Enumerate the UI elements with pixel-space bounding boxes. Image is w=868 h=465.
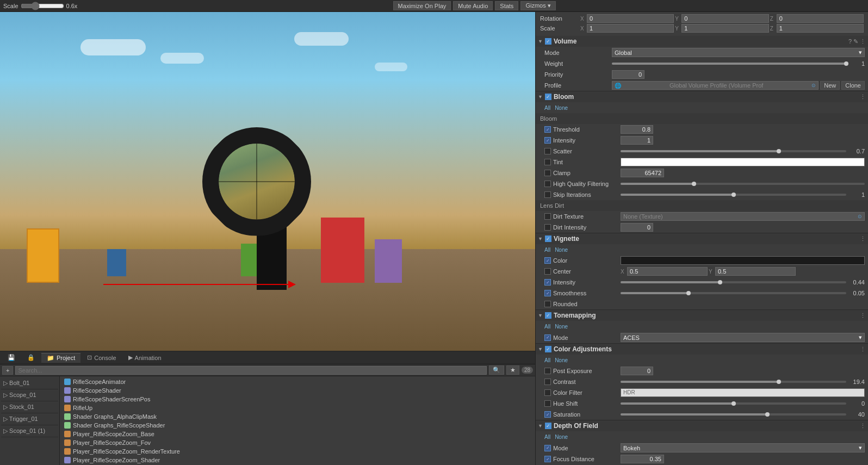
bloom-intensity-check[interactable]: ✓: [544, 137, 551, 144]
vignette-color-swatch[interactable]: [621, 256, 865, 265]
dof-mode-check[interactable]: ✓: [544, 445, 551, 451]
gizmos-btn[interactable]: Gizmos ▾: [520, 1, 555, 10]
post-exposure-input[interactable]: [621, 367, 653, 375]
file-item-9[interactable]: Player_RifleScopeZoom_Shader: [62, 456, 533, 464]
tonemapping-all-btn[interactable]: All: [544, 324, 550, 330]
hue-thumb[interactable]: [731, 401, 736, 406]
color-adj-check[interactable]: ✓: [545, 346, 551, 352]
tonemapping-mode-check[interactable]: ✓: [544, 334, 551, 341]
vignette-check[interactable]: ✓: [545, 235, 551, 242]
dirt-intensity-input[interactable]: [621, 223, 653, 232]
volume-weight-slider[interactable]: 1: [612, 60, 865, 67]
asset-search-input[interactable]: [15, 366, 486, 375]
skip-thumb[interactable]: [731, 193, 736, 197]
dof-focus-input[interactable]: [621, 455, 664, 463]
vignette-smoothness-check[interactable]: ✓: [544, 290, 551, 296]
bloom-clamp-input[interactable]: [621, 169, 664, 177]
bloom-tint-swatch[interactable]: [621, 158, 865, 166]
bloom-skip-slider[interactable]: 1: [621, 191, 865, 198]
vignette-intensity-slider[interactable]: 0.44: [621, 279, 865, 286]
sidebar-item-scope[interactable]: ▷ Scope_01: [1, 389, 58, 401]
tonemapping-header[interactable]: ▼ ✓ Tonemapping ⋮: [536, 310, 868, 321]
rotation-z-input[interactable]: [777, 14, 864, 23]
saturation-check[interactable]: ✓: [544, 411, 551, 418]
file-item-0[interactable]: RifleScopeAnimator: [62, 377, 533, 386]
volume-check[interactable]: ✓: [545, 38, 551, 45]
volume-more-icon[interactable]: ⋮: [860, 38, 866, 45]
tab-animation[interactable]: ▶ Animation: [123, 353, 167, 362]
bloom-threshold-check[interactable]: ✓: [544, 126, 551, 133]
dof-focus-check[interactable]: ✓: [544, 456, 551, 462]
volume-profile-field[interactable]: 🌐 Global Volume Profile (Volume Prof ⊙: [612, 81, 819, 90]
sidebar-item-bolt[interactable]: ▷ Bolt_01: [1, 377, 58, 389]
scale-slider[interactable]: [21, 2, 64, 10]
volume-new-btn[interactable]: New: [820, 81, 840, 90]
file-item-3[interactable]: RifleUp: [62, 404, 533, 412]
vignette-center-check[interactable]: [544, 268, 551, 275]
scale-y-input[interactable]: [681, 24, 768, 33]
tab-console[interactable]: ⊡ Console: [82, 353, 121, 362]
bloom-tint-check[interactable]: [544, 159, 551, 165]
sidebar-item-trigger[interactable]: ▷ Trigger_01: [1, 413, 58, 425]
color-adj-none-btn[interactable]: None: [555, 357, 568, 363]
file-item-1[interactable]: RifleScopeShader: [62, 386, 533, 395]
bloom-intensity-input[interactable]: [621, 136, 653, 145]
dirt-texture-check[interactable]: [544, 213, 551, 220]
dof-check[interactable]: ✓: [545, 423, 551, 429]
volume-priority-input[interactable]: [612, 70, 644, 79]
hq-thumb[interactable]: [692, 182, 696, 186]
contrast-thumb[interactable]: [777, 380, 781, 384]
file-item-4[interactable]: Shader Graphs_AlphaClipMask: [62, 412, 533, 421]
file-item-8[interactable]: Player_RifleScopeZoom_RenderTexture: [62, 447, 533, 456]
dof-all-btn[interactable]: All: [544, 434, 550, 440]
dof-more-icon[interactable]: ⋮: [860, 423, 866, 430]
tonemapping-check[interactable]: ✓: [545, 312, 551, 319]
file-item-5[interactable]: Shader Graphs_RifleScopeShader: [62, 421, 533, 430]
bloom-header[interactable]: ▼ ✓ Bloom ⋮: [536, 91, 868, 102]
scatter-thumb[interactable]: [777, 149, 781, 153]
file-item-2[interactable]: RifleScopeShaderScreenPos: [62, 395, 533, 404]
inspector-scroll[interactable]: Rotation X Y Z: [536, 12, 868, 465]
scale-z-input[interactable]: [777, 24, 864, 33]
center-y-input[interactable]: [715, 267, 796, 276]
vig-intensity-thumb[interactable]: [718, 280, 722, 284]
bloom-hq-check[interactable]: [544, 181, 551, 187]
panel-icon-save[interactable]: 💾: [2, 353, 21, 362]
hue-shift-slider[interactable]: 0: [621, 400, 865, 407]
rotation-x-input[interactable]: [587, 14, 674, 23]
maximize-on-play-btn[interactable]: Maximize On Play: [393, 1, 451, 10]
stats-btn[interactable]: Stats: [495, 1, 518, 10]
vignette-color-check[interactable]: ✓: [544, 257, 551, 264]
volume-clone-btn[interactable]: Clone: [841, 81, 865, 90]
volume-header[interactable]: ▼ ✓ Volume ? ✎ ⋮: [536, 36, 868, 47]
vignette-none-btn[interactable]: None: [555, 247, 568, 253]
color-adj-all-btn[interactable]: All: [544, 357, 550, 363]
add-asset-btn[interactable]: +: [2, 366, 13, 375]
bloom-scatter-slider[interactable]: 0.7: [621, 148, 865, 154]
tonemapping-none-btn[interactable]: None: [555, 324, 568, 330]
tab-project[interactable]: 📁 Project: [41, 353, 80, 363]
bloom-clamp-check[interactable]: [544, 170, 551, 176]
favorites-btn[interactable]: ★: [506, 365, 519, 375]
vignette-smoothness-slider[interactable]: 0.05: [621, 290, 865, 296]
dirt-texture-field[interactable]: None (Texture) ⊙: [621, 212, 865, 221]
contrast-check[interactable]: [544, 379, 551, 385]
bloom-threshold-input[interactable]: [621, 125, 653, 134]
file-item-6[interactable]: Player_RifleScopeZoom_Base: [62, 430, 533, 438]
search-filter-btn[interactable]: 🔍: [489, 365, 504, 375]
color-filter-check[interactable]: [544, 389, 551, 396]
bloom-none-btn[interactable]: None: [555, 105, 568, 111]
vignette-intensity-check[interactable]: ✓: [544, 279, 551, 286]
tonemapping-mode-dropdown[interactable]: ACES▾: [621, 333, 865, 342]
dof-mode-dropdown[interactable]: Bokeh▾: [621, 443, 865, 452]
vignette-rounded-check[interactable]: [544, 301, 551, 307]
smooth-thumb[interactable]: [686, 291, 691, 295]
bloom-all-btn[interactable]: All: [544, 105, 550, 111]
vignette-header[interactable]: ▼ ✓ Vignette ⋮: [536, 233, 868, 244]
file-item-7[interactable]: Player_RifleScopeZoom_Fov: [62, 438, 533, 447]
sidebar-item-scope2[interactable]: ▷ Scope_01 (1): [1, 425, 58, 437]
hue-shift-check[interactable]: [544, 400, 551, 407]
panel-icon-lock[interactable]: 🔒: [22, 353, 40, 362]
volume-question-icon[interactable]: ?: [848, 38, 852, 45]
weight-thumb[interactable]: [844, 61, 848, 66]
